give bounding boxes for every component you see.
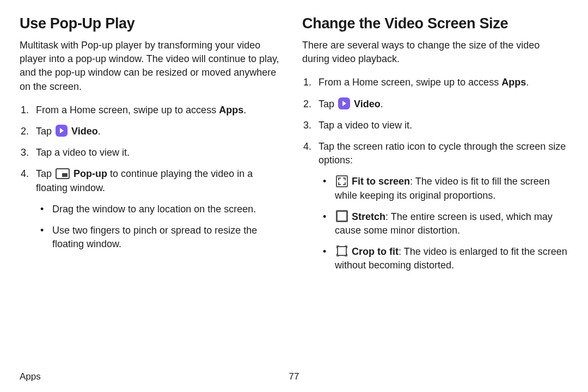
popup-icon [56,168,70,179]
option-fit: Fit to screen: The video is fit to fill … [318,175,568,202]
substep-drag: Drag the window to any location on the s… [36,203,286,216]
apps-label: Apps [219,105,243,115]
left-column: Use Pop-Up Play Multitask with Pop-up pl… [20,15,286,280]
step-1: From a Home screen, swipe up to access A… [20,103,286,117]
step-1: From a Home screen, swipe up to access A… [302,76,568,89]
steps-popup-play: From a Home screen, swipe up to access A… [20,103,286,252]
step-4: Tap the screen ratio icon to cycle throu… [302,140,568,273]
popup-label: Pop-up [74,168,107,179]
stretch-label: Stretch [352,211,385,222]
heading-popup-play: Use Pop-Up Play [20,15,286,32]
step-3: Tap a video to view it. [20,146,286,160]
video-label: Video [71,126,98,137]
stretch-icon [336,210,348,222]
steps-screen-size: From a Home screen, swipe up to access A… [302,76,568,272]
video-icon [56,125,68,137]
fit-label: Fit to screen [352,176,410,187]
apps-label: Apps [501,77,526,88]
intro-screen-size: There are several ways to change the siz… [302,39,568,66]
heading-screen-size: Change the Video Screen Size [302,15,568,32]
step-3: Tap a video to view it. [302,119,568,132]
footer-page-number: 77 [289,371,299,382]
option-crop: Crop to fit: The video is enlarged to fi… [318,245,568,272]
screen-size-options: Fit to screen: The video is fit to fill … [318,175,568,272]
step-2: Tap Video. [302,97,568,111]
option-stretch: Stretch: The entire screen is used, whic… [318,210,568,237]
substeps-popup: Drag the window to any location on the s… [36,203,286,252]
step-4: Tap Pop-up to continue playing the video… [20,167,286,251]
right-column: Change the Video Screen Size There are s… [302,15,568,280]
video-label: Video [354,99,381,109]
step-2: Tap Video. [20,125,286,138]
intro-popup-play: Multitask with Pop-up player by transfor… [20,39,286,94]
substep-pinch: Use two fingers to pinch or spread to re… [36,224,286,251]
crop-to-fit-icon [337,246,347,256]
video-icon [338,97,350,109]
crop-label: Crop to fit [352,246,399,257]
fit-to-screen-icon [336,175,348,187]
page-footer: Apps 77 [20,371,568,382]
